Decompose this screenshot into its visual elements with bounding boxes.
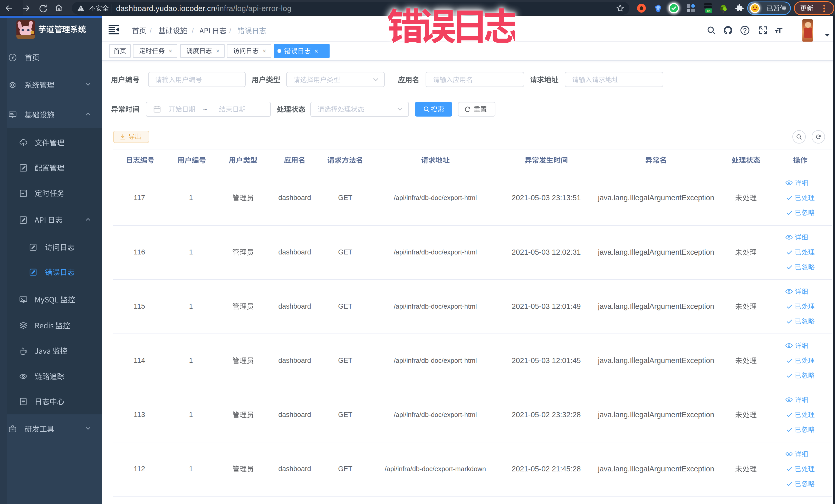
svg-text:on: on [707,9,711,12]
